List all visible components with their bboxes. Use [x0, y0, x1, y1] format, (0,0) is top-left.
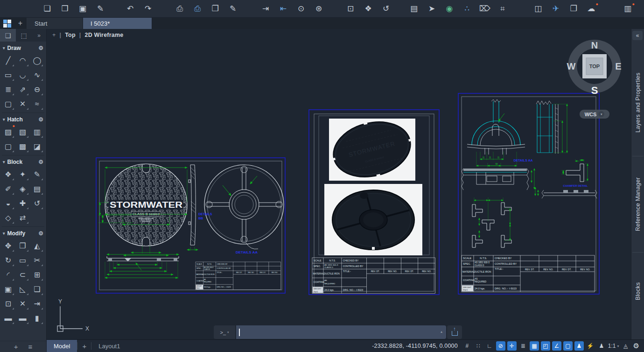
undo[interactable]: ↶	[122, 2, 138, 15]
match-properties-tool[interactable]: ▬	[1, 311, 15, 325]
object-snap-tracking-toggle[interactable]: ♟	[574, 341, 584, 351]
hatch-section-header[interactable]: ▾ Hatch ⚙	[0, 114, 46, 125]
move-tool[interactable]: ✥	[1, 239, 15, 253]
wcs-dropdown[interactable]: WCS ▾	[580, 110, 609, 119]
annotation-scale-control[interactable]: 1:1 ▾	[608, 343, 619, 349]
gear-icon[interactable]: ⚙	[38, 159, 43, 165]
save[interactable]: ▣	[75, 2, 91, 15]
sheet-2-photo-drawing[interactable]: STORMWATER CLASS B sealed	[308, 109, 440, 295]
add-tool-button[interactable]: +	[14, 343, 18, 351]
orbit[interactable]: ↺	[378, 2, 394, 15]
tab-drawing-i5023[interactable]: I 5023*	[83, 18, 152, 29]
superhatch-tool[interactable]: ▩	[15, 139, 30, 154]
sheet-1-stormwater-drawing[interactable]: STORMWATER CLASS B sealed	[96, 157, 286, 294]
drawing-compare[interactable]: ◫	[530, 2, 546, 15]
tab-blocks[interactable]: Blocks	[631, 254, 644, 329]
tab-start[interactable]: Start	[27, 18, 83, 29]
break-tool[interactable]: ✕	[15, 296, 30, 311]
drawing-windows[interactable]: ❐	[566, 2, 581, 15]
spline-tool[interactable]: ∿	[30, 68, 44, 82]
layout1-tab[interactable]: Layout1	[91, 340, 127, 352]
create-block-tool[interactable]: ✦	[15, 167, 30, 182]
slice-tool[interactable]: ◺	[15, 282, 30, 296]
share-drawing[interactable]: ✈	[548, 2, 564, 15]
quick-select[interactable]: ➤	[424, 2, 440, 15]
modeling-tool-set-tab[interactable]: ⬚	[16, 29, 32, 42]
transparency-toggle[interactable]: ▦	[530, 341, 539, 351]
quick-properties-toggle[interactable]: ◰	[541, 341, 550, 351]
viewcube-west[interactable]: W	[567, 61, 576, 71]
import[interactable]: ⇥	[258, 2, 273, 15]
viewport-add-button[interactable]: +	[52, 32, 56, 38]
group-tool[interactable]: ▬	[15, 311, 30, 325]
replace-block-tool[interactable]: ⇄	[15, 211, 30, 225]
viewcube[interactable]: N W E S TOP	[567, 38, 623, 96]
gradient-tool[interactable]: ▥	[30, 125, 44, 139]
zoom-window[interactable]: ⊡	[343, 2, 358, 15]
geolocation[interactable]: ◉	[441, 2, 457, 15]
fillet-tool[interactable]: ◜	[1, 268, 15, 282]
etransmit[interactable]: ⊛	[311, 2, 327, 15]
annotation-monitor-toggle[interactable]: ⚡	[586, 341, 595, 351]
batch-plot[interactable]: ⎙	[189, 2, 205, 15]
polyline-tool[interactable]: ◠	[15, 53, 30, 68]
purge[interactable]: ⌦	[477, 2, 493, 15]
copy-tool[interactable]: ❐	[15, 239, 30, 253]
tab-layers-and-properties[interactable]: Layers and Properties	[631, 50, 644, 155]
viewcube-east[interactable]: E	[615, 61, 621, 71]
sync-attributes-tool[interactable]: ↺	[30, 196, 44, 211]
drafting-tool-set-tab[interactable]: ❑	[0, 29, 16, 42]
scale-tool[interactable]: ⊡	[1, 296, 15, 311]
image-attach-tool[interactable]: ◪	[30, 139, 44, 154]
modify-section-header[interactable]: ▾ Modify ⚙	[0, 228, 46, 239]
attach-reference[interactable]: ⊙	[293, 2, 309, 15]
extrude-tool[interactable]: ▣	[1, 282, 15, 296]
write-block-tool[interactable]: ◒	[1, 196, 15, 211]
palette-menu-button[interactable]: ≡	[28, 343, 33, 351]
lineweight-toggle[interactable]: ≣	[518, 341, 528, 351]
multiline-tool[interactable]: ≣	[1, 82, 15, 97]
copy-nested-tool[interactable]: ❏	[30, 282, 44, 296]
dynamic-input-toggle[interactable]: ✛	[507, 341, 517, 351]
command-input[interactable]	[236, 325, 446, 339]
measure-tool[interactable]: ⇗	[15, 82, 30, 97]
add-layout-button[interactable]: +	[77, 342, 91, 350]
arc-tool[interactable]: ◡	[15, 68, 30, 82]
more-tool-sets-button[interactable]: »	[32, 32, 46, 39]
point-style[interactable]: ∴	[459, 2, 475, 15]
array-tool[interactable]: ⊞	[30, 268, 44, 282]
trim-tool[interactable]: ✂	[30, 253, 44, 268]
block-editor-tool[interactable]: ✎	[30, 167, 44, 182]
sketch-tool[interactable]: ≈	[30, 97, 44, 111]
select-similar-tool[interactable]: ▭	[15, 253, 30, 268]
sheet-3-details-drawing[interactable]: 11 11 11 68	[458, 93, 600, 295]
define-attribute-tool[interactable]: ◈	[15, 182, 30, 196]
hatch-edit-tool[interactable]: ▧	[15, 125, 30, 139]
boundary-tool[interactable]: ▢	[1, 139, 15, 154]
rectangle-tool[interactable]: ▭	[1, 68, 15, 82]
annotation-autoscale-toggle[interactable]: ♟	[597, 341, 606, 351]
polar-tracking-toggle[interactable]: ⊘	[496, 341, 505, 351]
export[interactable]: ⇤	[275, 2, 291, 15]
circle-tool[interactable]: ◯	[30, 53, 44, 68]
count[interactable]: ⌗	[495, 2, 511, 15]
start-grid-icon[interactable]	[0, 18, 14, 29]
viewcube-south[interactable]: S	[591, 84, 598, 96]
open-file[interactable]: ❒	[57, 2, 73, 15]
rotate-tool[interactable]: ↻	[1, 253, 15, 268]
attribute-manager-tool[interactable]: ▤	[30, 182, 44, 196]
status-settings-gear[interactable]: ⚙	[633, 342, 639, 350]
grid-toggle[interactable]: #	[462, 341, 472, 351]
command-prompt-button[interactable]: >_ ▾	[214, 325, 235, 339]
viewcube-top-face[interactable]: TOP	[589, 63, 600, 69]
angle-override-toggle[interactable]: ∠	[552, 341, 561, 351]
attribute-display-tool[interactable]: ◇	[1, 211, 15, 225]
line-tool[interactable]: ╱	[1, 53, 15, 68]
object-isolation-toggle[interactable]: ▢	[563, 341, 573, 351]
print[interactable]: ⎙	[172, 2, 188, 15]
gear-icon[interactable]: ⚙	[38, 45, 43, 51]
block-section-header[interactable]: ▾ Block ⚙	[0, 157, 46, 167]
viewport-view-control[interactable]: Top	[65, 32, 76, 38]
ortho-toggle[interactable]: ∟	[485, 341, 494, 351]
layer-properties[interactable]: ▤	[406, 2, 422, 15]
